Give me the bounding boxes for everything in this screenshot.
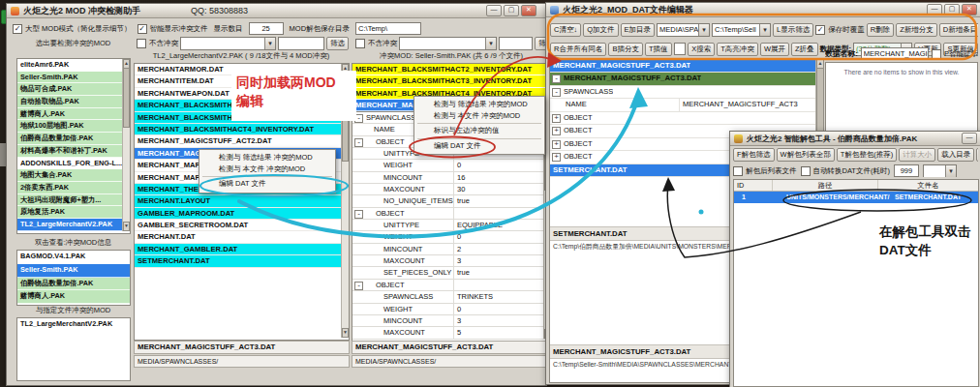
toolbar-button[interactable]: T解包整包(推荐) <box>837 148 898 162</box>
filter-input-1[interactable] <box>278 37 324 50</box>
list-item[interactable]: Seller-Smith.PAK <box>17 264 130 278</box>
menu-item[interactable]: 编辑 DAT 文件 <box>199 178 335 190</box>
tree-row[interactable]: SET_PIECES_ONLYtrue <box>352 267 551 279</box>
mod-list-scrollbar[interactable]: ▲ ▼ <box>122 59 130 231</box>
expand-button[interactable]: W展开 <box>760 43 789 56</box>
filter-combo-1[interactable] <box>180 37 276 50</box>
tree-value[interactable]: true <box>453 267 551 278</box>
title-bar[interactable]: 火炬之光2_MOD_DAT文件编辑器 — ▢ ✕ <box>546 3 980 17</box>
search-button[interactable]: X搜索 <box>688 43 715 56</box>
no-conflict-checkbox-2[interactable]: 不含冲突 <box>355 39 397 48</box>
list-item[interactable]: SETMERCHANT.DAT <box>135 255 349 267</box>
minimize-button[interactable]: — <box>486 5 502 16</box>
tree-row[interactable]: MINCOUNT3 <box>352 315 551 327</box>
tree-value[interactable]: 2 <box>453 244 551 254</box>
data-name-input[interactable]: MERCHANT_MAGICSTUFF_/ <box>861 47 929 60</box>
list-item[interactable]: GAMBLER_SECRETROOM.DAT <box>135 220 349 231</box>
toolbar-button[interactable]: F解包筛选 <box>733 148 775 162</box>
maximize-button[interactable]: ▢ <box>944 4 960 15</box>
tree-row[interactable]: -OBJECT <box>352 208 551 220</box>
list-item[interactable]: 原地复活.PAK <box>17 206 130 219</box>
editor-search-input[interactable] <box>674 43 687 55</box>
type-combo[interactable] <box>923 164 957 177</box>
show-count-input[interactable]: 25 <box>249 22 284 35</box>
close-button[interactable]: ✕ <box>521 5 536 16</box>
tree-value[interactable]: EQUIPPABLE <box>453 220 551 230</box>
tree-value[interactable]: 5 <box>453 327 551 338</box>
list-item[interactable]: 物品可合成.PAK <box>17 83 130 96</box>
list-item[interactable]: 赌博商人.PAK <box>17 108 130 121</box>
list-item[interactable]: MERCHANT.DAT <box>135 231 349 243</box>
merge-same-name-button[interactable]: R合并所有同名 <box>550 43 606 56</box>
menu-item[interactable]: 检测与 本文件 冲突的MOD <box>199 164 335 175</box>
collapse-icon[interactable]: - <box>354 282 363 290</box>
list-item[interactable]: ADDONSKILLS_FOR_ENG-L... <box>17 158 130 170</box>
tree-row[interactable]: MINCOUNT16 <box>352 172 551 184</box>
show-filter-button[interactable]: L显示筛选 <box>773 23 813 37</box>
menu-item[interactable]: 检测与 本文件 冲突的MOD <box>414 110 544 122</box>
list-item[interactable]: 伯爵物品数量加倍.PAK <box>17 278 130 291</box>
tree-value[interactable]: 3 <box>453 315 551 326</box>
smart-hint-checkbox[interactable]: P智能提示 <box>932 49 978 59</box>
tree-value[interactable]: 30 <box>453 184 551 194</box>
media-path-combo[interactable]: MEDIA\SPA <box>657 23 710 37</box>
list-item[interactable]: TL2_LargeMerchantV2.PAK <box>17 219 130 231</box>
auto-convert-dat-checkbox[interactable]: 自动转换DAT文件(耗时) <box>801 166 890 176</box>
add-branch-button[interactable]: Z新增分支 <box>896 23 937 37</box>
list-item[interactable]: TL2_LargeMerchantV2.PAK <box>17 318 130 332</box>
editor-tree-value[interactable]: MERCHANT_MAGICSTUFF_ACT3 <box>679 99 815 110</box>
editor-tree-row[interactable]: NAMEMERCHANT_MAGICSTUFF_ACT3 <box>550 99 815 111</box>
tree-row[interactable]: MAXCOUNT3 <box>352 255 551 267</box>
menu-item[interactable]: 编辑 DAT 文件 <box>414 140 544 152</box>
list-item[interactable]: MERCHANT_GAMBLER.DAT <box>135 244 349 255</box>
list-item[interactable]: MERCHANT_BLACKSMITHACT2_INVENTORY.DAT <box>352 64 551 75</box>
list-item[interactable]: 伯爵商品数量加倍.PAK <box>17 133 130 145</box>
column-header-id[interactable]: ID <box>734 180 773 191</box>
scroll-down-icon[interactable]: ▼ <box>123 222 130 231</box>
list-item[interactable]: eliteAmr6.PAK <box>17 59 130 72</box>
tree-value[interactable]: 3 <box>453 255 551 266</box>
add-dir-button[interactable]: E加目录 <box>621 23 656 37</box>
list-item[interactable]: 赌博商人.PAK <box>17 290 130 304</box>
tree-value[interactable]: 16 <box>453 172 551 183</box>
tree-value[interactable] <box>453 208 551 219</box>
minimize-button[interactable]: — <box>962 133 977 144</box>
tree-value[interactable]: true <box>453 195 551 206</box>
list-item[interactable]: GAMBLER_MAPROOM.DAT <box>135 208 349 220</box>
list-item[interactable]: BAGMOD.V4.1.PAK <box>17 251 130 264</box>
expand-icon[interactable]: + <box>552 153 561 162</box>
overwrite-checkbox[interactable]: ✓ 保存时覆盖 <box>815 25 865 35</box>
tree-value[interactable]: TRINKETS <box>453 291 551 302</box>
editor-tree-row[interactable]: -SPAWNCLASS <box>550 86 815 99</box>
temp-path-combo[interactable]: C:\Temp\Sell <box>712 23 771 37</box>
insert-branch-button[interactable]: B插分支 <box>608 43 643 56</box>
toolbar-button[interactable]: 载入目录 <box>937 148 974 162</box>
clear-button[interactable]: C清空↓ <box>550 23 581 37</box>
tree-row[interactable]: UNITTYPEEQUIPPABLE <box>352 220 551 231</box>
smart-conflict-checkbox[interactable]: ✓ 智能显示冲突文件 <box>138 24 208 34</box>
list-after-unpack-checkbox[interactable]: 解包后列表文件 <box>733 166 797 176</box>
close-button[interactable]: ✕ <box>962 4 977 15</box>
toolbar-button[interactable]: W解包列表全部 <box>777 148 835 162</box>
tree-value[interactable]: 0 <box>453 304 551 314</box>
column-header-filename[interactable]: 文件名 <box>878 180 978 191</box>
toolbar-button[interactable]: 转换类型 <box>976 148 978 162</box>
insert-value-button[interactable]: T插值 <box>645 43 672 56</box>
menu-item[interactable]: 检测与 筛选结果 冲突的MOD <box>414 99 544 110</box>
filter-combo-2[interactable] <box>399 37 497 50</box>
list-item[interactable]: 地狱100层地图.PAK <box>17 120 130 133</box>
tree-row[interactable]: MAXCOUNT5 <box>352 327 551 339</box>
list-item[interactable]: MERCHANT_BLACKSMITHACT4_INVENTORY.DAT <box>135 124 349 135</box>
highlight-conflict-button[interactable]: T高亮冲突 <box>717 43 758 56</box>
delete-button[interactable]: R删除 <box>867 23 894 37</box>
tree-value[interactable]: 0 <box>453 160 551 170</box>
tree-value[interactable] <box>453 280 551 290</box>
minimize-button[interactable]: — <box>927 4 942 15</box>
expand-icon[interactable]: + <box>552 127 561 135</box>
list-item[interactable]: MERCHANT.LAYOUT <box>135 195 349 207</box>
filter-input-2[interactable] <box>499 37 533 50</box>
column-header-path[interactable]: 路径 <box>773 180 878 191</box>
editor-tree-row[interactable]: MERCHANT_MAGICSTUFF_ACT3.DAT <box>550 60 815 73</box>
tree-row[interactable]: NO_UNIQUE_ITEMStrue <box>352 195 551 207</box>
add-entry-button[interactable]: D新增条目 <box>939 23 978 37</box>
